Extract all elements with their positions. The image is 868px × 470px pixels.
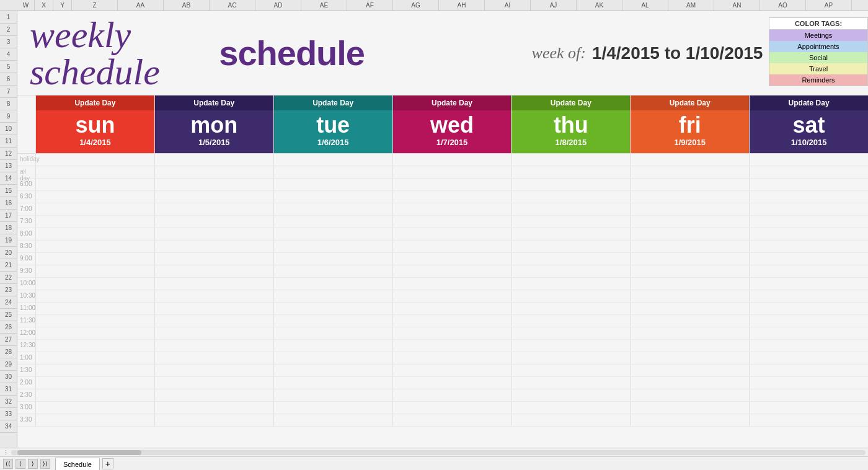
time-cell-thu-14[interactable] — [512, 327, 631, 339]
time-cell-mon-3[interactable] — [155, 191, 274, 203]
time-cell-thu-16[interactable] — [512, 352, 631, 364]
time-cell-sun-14[interactable] — [36, 327, 155, 339]
schedule-tab[interactable]: Schedule — [55, 458, 100, 470]
time-cell-mon-0[interactable] — [155, 154, 274, 166]
time-cell-thu-13[interactable] — [512, 315, 631, 327]
time-cell-wed-10[interactable] — [393, 278, 512, 290]
time-cell-sat-10[interactable] — [750, 278, 868, 290]
time-cell-thu-15[interactable] — [512, 340, 631, 352]
time-cell-mon-17[interactable] — [155, 365, 274, 376]
time-cell-mon-13[interactable] — [155, 315, 274, 327]
time-cell-fri-6[interactable] — [631, 228, 750, 240]
time-cell-fri-13[interactable] — [631, 315, 750, 327]
time-cell-sat-12[interactable] — [750, 303, 868, 314]
time-cell-wed-21[interactable] — [393, 414, 512, 426]
time-cell-sat-1[interactable] — [750, 166, 868, 178]
time-cell-fri-12[interactable] — [631, 303, 750, 314]
update-day-button-mon[interactable]: Update Day — [155, 95, 273, 110]
time-cell-fri-3[interactable] — [631, 191, 750, 203]
time-cell-tue-13[interactable] — [274, 315, 393, 327]
time-cell-thu-2[interactable] — [512, 179, 631, 190]
time-cell-mon-1[interactable] — [155, 166, 274, 178]
time-cell-fri-9[interactable] — [631, 265, 750, 277]
time-cell-tue-9[interactable] — [274, 265, 393, 277]
time-cell-thu-12[interactable] — [512, 303, 631, 314]
time-cell-sun-10[interactable] — [36, 278, 155, 290]
tab-navigation[interactable]: ⟨⟨ ⟨ ⟩ ⟩⟩ — [3, 459, 50, 469]
time-cell-mon-21[interactable] — [155, 414, 274, 426]
time-cell-wed-14[interactable] — [393, 327, 512, 339]
time-cell-sat-4[interactable] — [750, 203, 868, 215]
time-cell-wed-6[interactable] — [393, 228, 512, 240]
time-cell-fri-11[interactable] — [631, 290, 750, 302]
time-cell-fri-0[interactable] — [631, 154, 750, 166]
time-cell-sun-2[interactable] — [36, 179, 155, 190]
time-cell-wed-4[interactable] — [393, 203, 512, 215]
time-cell-fri-8[interactable] — [631, 253, 750, 265]
time-cell-mon-14[interactable] — [155, 327, 274, 339]
time-cell-sat-2[interactable] — [750, 179, 868, 190]
time-cell-sun-20[interactable] — [36, 402, 155, 414]
time-cell-sat-0[interactable] — [750, 154, 868, 166]
time-cell-sat-8[interactable] — [750, 253, 868, 265]
time-cell-wed-3[interactable] — [393, 191, 512, 203]
time-cell-sat-6[interactable] — [750, 228, 868, 240]
next-sheet-btn[interactable]: ⟩ — [28, 459, 38, 469]
time-cell-tue-4[interactable] — [274, 203, 393, 215]
time-cell-thu-11[interactable] — [512, 290, 631, 302]
time-cell-tue-17[interactable] — [274, 365, 393, 376]
update-day-button-sun[interactable]: Update Day — [36, 95, 154, 110]
prev-sheet-btn[interactable]: ⟨ — [16, 459, 25, 469]
time-cell-wed-16[interactable] — [393, 352, 512, 364]
time-cell-wed-15[interactable] — [393, 340, 512, 352]
time-cell-mon-8[interactable] — [155, 253, 274, 265]
time-cell-wed-5[interactable] — [393, 216, 512, 228]
time-cell-wed-11[interactable] — [393, 290, 512, 302]
time-cell-mon-18[interactable] — [155, 377, 274, 389]
time-cell-sat-16[interactable] — [750, 352, 868, 364]
time-cell-thu-21[interactable] — [512, 414, 631, 426]
time-cell-tue-1[interactable] — [274, 166, 393, 178]
time-cell-tue-10[interactable] — [274, 278, 393, 290]
time-cell-sun-15[interactable] — [36, 340, 155, 352]
time-cell-sat-9[interactable] — [750, 265, 868, 277]
time-cell-mon-2[interactable] — [155, 179, 274, 190]
update-day-button-thu[interactable]: Update Day — [512, 95, 630, 110]
time-cell-sun-0[interactable] — [36, 154, 155, 166]
time-cell-wed-2[interactable] — [393, 179, 512, 190]
time-cell-fri-18[interactable] — [631, 377, 750, 389]
time-cell-thu-9[interactable] — [512, 265, 631, 277]
time-cell-tue-19[interactable] — [274, 389, 393, 401]
time-cell-sun-3[interactable] — [36, 191, 155, 203]
time-cell-fri-19[interactable] — [631, 389, 750, 401]
time-cell-sun-21[interactable] — [36, 414, 155, 426]
time-cell-tue-12[interactable] — [274, 303, 393, 314]
time-cell-tue-14[interactable] — [274, 327, 393, 339]
time-cell-tue-0[interactable] — [274, 154, 393, 166]
time-cell-sun-11[interactable] — [36, 290, 155, 302]
time-cell-sun-6[interactable] — [36, 228, 155, 240]
time-cell-tue-5[interactable] — [274, 216, 393, 228]
time-cell-mon-9[interactable] — [155, 265, 274, 277]
time-cell-tue-3[interactable] — [274, 191, 393, 203]
update-day-button-fri[interactable]: Update Day — [631, 95, 749, 110]
time-cell-sat-7[interactable] — [750, 241, 868, 252]
time-cell-wed-1[interactable] — [393, 166, 512, 178]
horizontal-scrollbar[interactable]: ⋮ — [0, 448, 868, 456]
time-cell-thu-10[interactable] — [512, 278, 631, 290]
time-cell-sun-17[interactable] — [36, 365, 155, 376]
time-cell-fri-21[interactable] — [631, 414, 750, 426]
time-cell-sat-14[interactable] — [750, 327, 868, 339]
last-sheet-btn[interactable]: ⟩⟩ — [40, 459, 50, 469]
time-cell-mon-6[interactable] — [155, 228, 274, 240]
time-cell-sun-1[interactable] — [36, 166, 155, 178]
time-cell-wed-17[interactable] — [393, 365, 512, 376]
update-day-button-tue[interactable]: Update Day — [274, 95, 392, 110]
time-cell-fri-20[interactable] — [631, 402, 750, 414]
time-cell-thu-5[interactable] — [512, 216, 631, 228]
time-cell-sun-4[interactable] — [36, 203, 155, 215]
time-cell-mon-16[interactable] — [155, 352, 274, 364]
time-cell-wed-0[interactable] — [393, 154, 512, 166]
time-cell-thu-19[interactable] — [512, 389, 631, 401]
time-cell-sat-13[interactable] — [750, 315, 868, 327]
